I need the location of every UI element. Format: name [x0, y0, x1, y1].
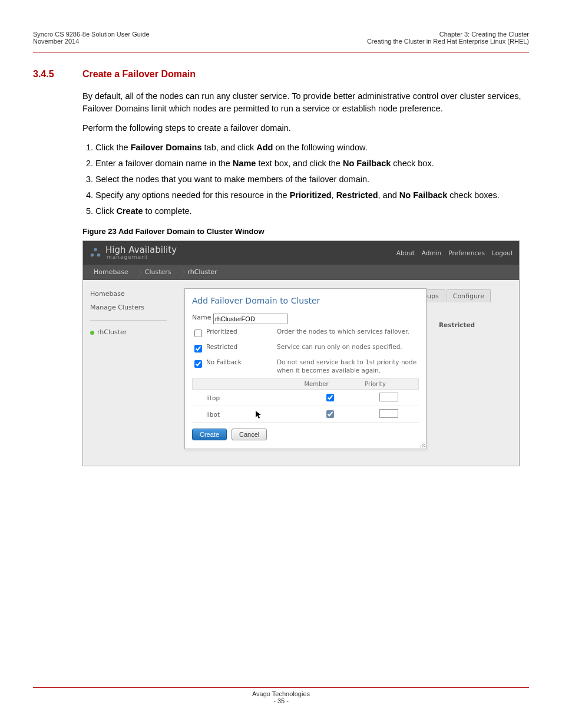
members-table: Member Priority litop libot [192, 378, 419, 423]
footer-page-number: - 35 - [33, 697, 529, 704]
header-left-line1: Syncro CS 9286-8e Solution User Guide [33, 31, 150, 38]
svg-point-1 [91, 253, 94, 257]
section-title: Create a Failover Domain [82, 69, 196, 80]
col-member: Member [287, 381, 346, 387]
svg-point-0 [94, 248, 97, 252]
app-subtitle: management [107, 255, 177, 260]
member-libot: libot [192, 411, 300, 418]
svg-line-5 [424, 446, 425, 447]
member-litop: litop [192, 394, 300, 401]
toplink-admin[interactable]: Admin [422, 249, 441, 256]
sidebar: Homebase Manage Clusters rhCluster [83, 280, 184, 466]
step-1: Click the Failover Domains tab, and clic… [95, 141, 529, 154]
steps-list: Click the Failover Domains tab, and clic… [82, 141, 529, 218]
tab-configure[interactable]: Configure [447, 289, 491, 302]
crumb-rhcluster[interactable]: rhCluster [180, 265, 226, 280]
footer-company: Avago Technologies [33, 690, 529, 697]
toplink-logout[interactable]: Logout [492, 249, 513, 256]
restricted-label: Restricted [206, 343, 277, 350]
restricted-desc: Service can run only on nodes specified. [277, 343, 419, 351]
prioritized-desc: Order the nodes to which services failov… [277, 328, 419, 336]
section-number: 3.4.5 [33, 69, 82, 80]
step-2: Enter a failover domain name in the Name… [95, 157, 529, 170]
cancel-button[interactable]: Cancel [232, 429, 267, 440]
app-title: High Availability [105, 246, 177, 255]
name-input[interactable] [213, 314, 287, 324]
sidebar-manage-clusters[interactable]: Manage Clusters [90, 301, 184, 314]
sidebar-homebase[interactable]: Homebase [90, 287, 184, 301]
crumb-clusters[interactable]: Clusters [137, 265, 180, 280]
prioritized-checkbox[interactable] [194, 330, 202, 337]
intro-paragraph-2: Perform the following steps to create a … [82, 122, 529, 134]
resize-grip-icon[interactable] [419, 442, 425, 447]
screenshot-figure: High Availability management About Admin… [82, 241, 520, 466]
toplink-about[interactable]: About [396, 249, 415, 256]
step-4: Specify any options needed for this reso… [95, 189, 529, 202]
prioritized-label: Prioritized [206, 328, 277, 335]
app-logo-icon [89, 246, 102, 259]
nofailback-desc: Do not send service back to 1st priority… [277, 358, 419, 374]
dialog-title: Add Failover Domain to Cluster [192, 296, 419, 305]
col-priority: Priority [346, 381, 405, 387]
member-libot-checkbox[interactable] [326, 410, 334, 418]
intro-paragraph-1: By default, all of the nodes can run any… [82, 90, 529, 115]
step-5: Click Create to complete. [95, 205, 529, 218]
add-failover-dialog: Add Failover Domain to Cluster Name Prio… [184, 288, 427, 449]
header-left-line2: November 2014 [33, 38, 150, 45]
sidebar-divider [90, 320, 167, 321]
member-libot-priority[interactable] [379, 409, 398, 418]
name-label: Name [192, 314, 213, 321]
figure-caption: Figure 23 Add Failover Domain to Cluster… [82, 227, 529, 236]
nofailback-label: No Failback [206, 358, 277, 365]
header-right-line1: Chapter 3: Creating the Cluster [367, 31, 529, 38]
cursor-icon [256, 411, 262, 419]
sidebar-cluster-item[interactable]: rhCluster [90, 325, 184, 339]
column-restricted: Restricted [439, 321, 475, 328]
toplink-preferences[interactable]: Preferences [448, 249, 485, 256]
status-dot-icon [90, 331, 94, 335]
page-footer: Avago Technologies - 35 - [33, 687, 529, 704]
svg-point-2 [97, 253, 101, 257]
create-button[interactable]: Create [192, 429, 227, 440]
breadcrumb: Homebase Clusters rhCluster [83, 265, 519, 280]
step-3: Select the nodes that you want to make m… [95, 173, 529, 186]
nofailback-checkbox[interactable] [194, 360, 202, 368]
crumb-homebase[interactable]: Homebase [85, 265, 137, 280]
member-litop-priority[interactable] [379, 393, 398, 401]
member-litop-checkbox[interactable] [326, 394, 334, 401]
header-right-line2: Creating the Cluster in Red Hat Enterpri… [367, 38, 529, 45]
app-topbar: High Availability management About Admin… [83, 241, 519, 265]
restricted-checkbox[interactable] [194, 345, 202, 353]
page-header: Syncro CS 9286-8e Solution User Guide No… [33, 31, 529, 52]
